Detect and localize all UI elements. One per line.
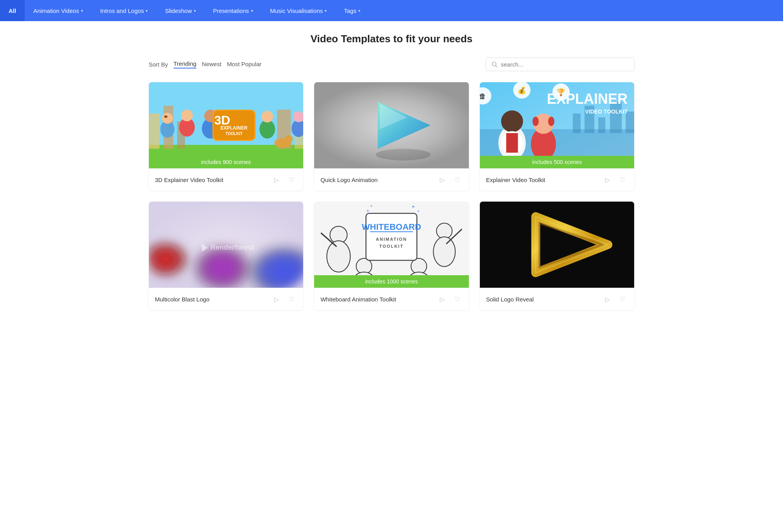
sort-section: Sort By Trending Newest Most Popular — [149, 60, 262, 69]
sort-label: Sort By — [149, 61, 168, 68]
nav-label-tags: Tags — [344, 7, 356, 14]
sort-trending[interactable]: Trending — [174, 60, 197, 69]
svg-text:ANIMATION: ANIMATION — [376, 237, 407, 242]
svg-text:✦: ✦ — [366, 208, 370, 214]
card-multicolor: Renderforest Multicolor Blast Logo ▷ ♡ — [149, 202, 304, 310]
nav-item-tags[interactable]: Tags ▾ — [335, 0, 369, 21]
svg-text:EXPLAINER: EXPLAINER — [547, 91, 627, 107]
page-title: Video Templates to fit your needs — [149, 33, 635, 45]
search-input[interactable] — [501, 61, 629, 68]
chevron-down-icon: ▾ — [251, 9, 253, 13]
play-button-solid[interactable]: ▷ — [602, 294, 613, 305]
svg-point-11 — [164, 115, 167, 118]
svg-text:✦: ✦ — [411, 204, 416, 210]
solid-logo-thumb-illustration — [480, 202, 635, 288]
svg-point-39 — [501, 110, 523, 132]
explainer-thumb-illustration: 🗑 🏆 💰 EXPLAINER VIDEO TOOLKIT — [480, 82, 635, 168]
favorite-button-logo[interactable]: ♡ — [452, 174, 463, 185]
card-thumb-whiteboard[interactable]: ✦ ✦ ✦ ✦ WHITEBOARD ANIMATION TOOLKIT inc… — [314, 202, 469, 288]
chevron-down-icon: ▾ — [325, 9, 327, 13]
main-nav: All Animation Videos ▾ Intros and Logos … — [0, 0, 783, 21]
card-whiteboard: ✦ ✦ ✦ ✦ WHITEBOARD ANIMATION TOOLKIT inc… — [314, 202, 469, 310]
play-button-whiteboard[interactable]: ▷ — [437, 294, 448, 305]
svg-line-1 — [495, 65, 497, 67]
sort-newest[interactable]: Newest — [202, 61, 221, 68]
favorite-button-explainer[interactable]: ♡ — [617, 174, 628, 185]
nav-item-intros[interactable]: Intros and Logos ▾ — [92, 0, 157, 21]
svg-point-21 — [259, 120, 275, 139]
svg-text:TOOLKIT: TOOLKIT — [225, 132, 242, 136]
nav-label-music: Music Visualisations — [270, 7, 323, 14]
favorite-button-multicolor[interactable]: ♡ — [286, 294, 297, 305]
chevron-down-icon: ▾ — [194, 9, 196, 13]
svg-point-62 — [327, 241, 350, 272]
svg-point-10 — [162, 113, 173, 124]
favorite-button-3d[interactable]: ♡ — [286, 174, 297, 185]
nav-label-intros: Intros and Logos — [100, 7, 144, 14]
svg-text:WHITEBOARD: WHITEBOARD — [362, 222, 421, 232]
card-footer-whiteboard: Whiteboard Animation Toolkit ▷ ♡ — [314, 288, 469, 310]
card-solid-logo: Solid Logo Reveal ▷ ♡ — [480, 202, 635, 310]
svg-text:✦: ✦ — [417, 209, 420, 213]
search-bar — [486, 58, 635, 71]
svg-point-13 — [181, 110, 193, 121]
card-thumb-3d[interactable]: 3D EXPLAINER TOOLKIT includes 900 scenes — [149, 82, 304, 168]
svg-point-24 — [285, 135, 293, 143]
card-actions-solid: ▷ ♡ — [602, 294, 628, 305]
card-grid: 3D EXPLAINER TOOLKIT includes 900 scenes… — [149, 82, 635, 310]
svg-point-45 — [548, 117, 554, 126]
card-thumb-logo[interactable] — [314, 82, 469, 168]
main-content: Video Templates to fit your needs Sort B… — [133, 21, 650, 322]
card-actions-explainer: ▷ ♡ — [602, 174, 628, 185]
card-actions-logo: ▷ ♡ — [437, 174, 463, 185]
card-title-explainer: Explainer Video Toolkit — [486, 177, 545, 183]
svg-text:EXPLAINER: EXPLAINER — [220, 125, 247, 131]
svg-rect-41 — [506, 133, 518, 153]
nav-item-music[interactable]: Music Visualisations ▾ — [262, 0, 336, 21]
play-button-explainer[interactable]: ▷ — [602, 174, 613, 185]
card-quick-logo: Quick Logo Animation ▷ ♡ — [314, 82, 469, 191]
chevron-down-icon: ▾ — [81, 9, 83, 13]
nav-label-slideshow: Slideshow — [165, 7, 192, 14]
card-footer-solid: Solid Logo Reveal ▷ ♡ — [480, 288, 635, 310]
card-thumb-solid[interactable] — [480, 202, 635, 288]
card-actions-multicolor: ▷ ♡ — [271, 294, 297, 305]
nav-label-animation: Animation Videos — [33, 7, 79, 14]
nav-item-slideshow[interactable]: Slideshow ▾ — [156, 0, 204, 21]
card-footer-explainer: Explainer Video Toolkit ▷ ♡ — [480, 168, 635, 191]
card-3d-explainer: 3D EXPLAINER TOOLKIT includes 900 scenes… — [149, 82, 304, 191]
card-title-solid: Solid Logo Reveal — [486, 296, 534, 303]
controls-row: Sort By Trending Newest Most Popular — [149, 58, 635, 71]
svg-rect-37 — [626, 112, 634, 133]
svg-text:🗑: 🗑 — [480, 92, 486, 100]
chevron-down-icon: ▾ — [146, 9, 148, 13]
card-thumb-multicolor[interactable]: Renderforest — [149, 202, 304, 288]
play-button-multicolor[interactable]: ▷ — [271, 294, 282, 305]
nav-item-presentations[interactable]: Presentations ▾ — [204, 0, 262, 21]
nav-label-all: All — [9, 7, 16, 14]
favorite-button-whiteboard[interactable]: ♡ — [452, 294, 463, 305]
svg-text:✦: ✦ — [370, 204, 373, 208]
card-actions-whiteboard: ▷ ♡ — [437, 294, 463, 305]
whiteboard-thumb-illustration: ✦ ✦ ✦ ✦ WHITEBOARD ANIMATION TOOLKIT — [314, 202, 469, 288]
svg-point-44 — [532, 117, 539, 126]
card-badge-3d: includes 900 scenes — [149, 156, 304, 168]
play-button-3d[interactable]: ▷ — [271, 174, 282, 185]
svg-text:Renderforest: Renderforest — [210, 243, 254, 251]
nav-item-all[interactable]: All — [0, 0, 25, 21]
svg-rect-33 — [573, 114, 580, 133]
sort-most-popular[interactable]: Most Popular — [227, 61, 261, 68]
play-button-logo[interactable]: ▷ — [437, 174, 448, 185]
svg-point-22 — [261, 111, 273, 123]
svg-text:VIDEO TOOLKIT: VIDEO TOOLKIT — [585, 108, 628, 115]
card-thumb-explainer[interactable]: 🗑 🏆 💰 EXPLAINER VIDEO TOOLKIT includes 5… — [480, 82, 635, 168]
card-footer-3d: 3D Explainer Video Toolkit ▷ ♡ — [149, 168, 304, 191]
svg-rect-4 — [149, 114, 159, 149]
favorite-button-solid[interactable]: ♡ — [617, 294, 628, 305]
card-footer-multicolor: Multicolor Blast Logo ▷ ♡ — [149, 288, 304, 310]
card-footer-logo: Quick Logo Animation ▷ ♡ — [314, 168, 469, 191]
svg-text:💰: 💰 — [517, 86, 526, 95]
card-title-multicolor: Multicolor Blast Logo — [155, 296, 210, 303]
nav-item-animation[interactable]: Animation Videos ▾ — [25, 0, 91, 21]
card-explainer: 🗑 🏆 💰 EXPLAINER VIDEO TOOLKIT includes 5… — [480, 82, 635, 191]
